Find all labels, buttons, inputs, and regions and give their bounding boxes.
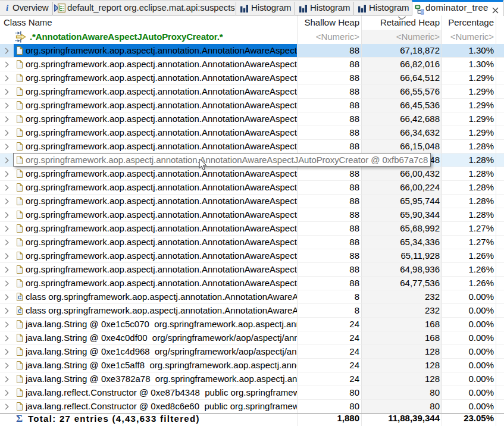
svg-text:C: C: [18, 308, 21, 314]
svg-text:C: C: [18, 295, 21, 300]
